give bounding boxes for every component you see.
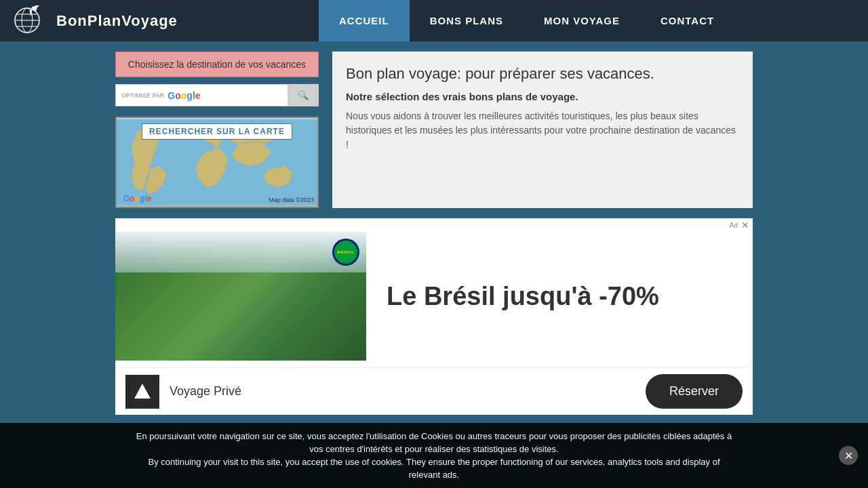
ad-top-bar: Ad ✕: [115, 218, 753, 232]
reserve-button[interactable]: Réserver: [646, 374, 743, 409]
cookie-line3: By continuing your visit to this site, y…: [14, 457, 854, 467]
cookie-line2: vos centres d'intérêts et pour réaliser …: [14, 444, 854, 454]
voyage-prive-logo: [125, 375, 159, 409]
ad-text-area: Le Brésil jusqu'à -70%: [366, 232, 753, 367]
cookie-banner: En poursuivant votre navigation sur ce s…: [0, 423, 868, 488]
right-panel-description: Nous vous aidons à trouver les meilleure…: [346, 109, 739, 152]
map-body: RECHERCHER SUR LA CARTE Google Map data …: [117, 118, 317, 207]
search-button[interactable]: 🔍: [288, 85, 318, 106]
nav-contact[interactable]: CONTACT: [640, 0, 734, 41]
ad-close-button[interactable]: ✕: [741, 220, 749, 230]
search-powered-area: optimisé par Google: [116, 86, 288, 105]
ad-title: Le Brésil jusqu'à -70%: [387, 282, 732, 311]
map-search-link[interactable]: RECHERCHER SUR LA CARTE: [142, 123, 292, 140]
logo-area: BonPlanVoyage: [0, 5, 319, 36]
ad-section: Ad ✕ BRASIL Le Brésil jusqu'à -70% Voyag…: [115, 218, 753, 415]
google-maps-logo: Google: [123, 194, 151, 203]
nav-accueil[interactable]: ACCUEIL: [319, 0, 410, 41]
right-panel-title: Bon plan voyage: pour préparer ses vacan…: [346, 65, 739, 83]
ad-image: BRASIL: [115, 232, 366, 361]
brasil-badge: BRASIL: [332, 239, 359, 266]
ad-body: BRASIL Le Brésil jusqu'à -70%: [115, 232, 753, 367]
nav-bons-plans[interactable]: BONS PLANS: [410, 0, 524, 41]
right-panel-subtitle: Notre sélection des vrais bons plans de …: [346, 91, 739, 102]
logo-icon: [14, 5, 51, 36]
site-header: BonPlanVoyage ACCUEIL BONS PLANS MON VOY…: [0, 0, 868, 41]
search-powered-label: optimisé par: [121, 92, 164, 99]
search-bar: optimisé par Google 🔍: [115, 84, 319, 106]
logo-text: BonPlanVoyage: [56, 12, 178, 30]
cookie-line1: En poursuivant votre navigation sur ce s…: [14, 431, 854, 441]
nav-mon-voyage[interactable]: MON VOYAGE: [524, 0, 640, 41]
map-container[interactable]: RECHERCHER SUR LA CARTE Google Map data …: [115, 117, 319, 208]
ad-label: Ad: [730, 222, 738, 229]
right-panel: Bon plan voyage: pour préparer ses vacan…: [332, 52, 753, 208]
google-brand-label: Google: [167, 90, 200, 101]
destination-label: Choisissez la destination de vos vacance…: [115, 52, 319, 77]
main-nav: ACCUEIL BONS PLANS MON VOYAGE CONTACT: [319, 0, 868, 41]
main-content: Choisissez la destination de vos vacance…: [0, 41, 868, 208]
voyage-prive-icon: [132, 382, 153, 402]
cookie-line4: relevant ads.: [14, 470, 854, 480]
map-data-label: Map data ©2023: [269, 197, 314, 203]
ad-bottom: Voyage Privé Réserver: [115, 367, 753, 415]
ad-image-clouds: [115, 232, 366, 272]
svg-marker-9: [134, 384, 151, 399]
left-panel: Choisissez la destination de vos vacance…: [115, 52, 319, 208]
voyage-prive-name: Voyage Privé: [170, 384, 646, 399]
cookie-close-button[interactable]: ✕: [839, 446, 858, 465]
